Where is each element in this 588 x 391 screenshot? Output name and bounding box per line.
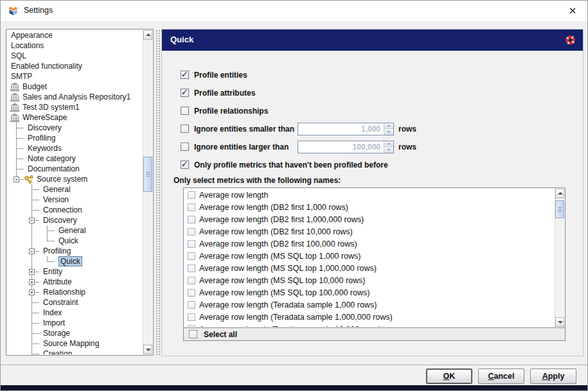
tree-guide-line bbox=[31, 256, 32, 266]
metric-checkbox[interactable] bbox=[188, 252, 195, 260]
tree-item-attribute[interactable]: Attribute bbox=[7, 277, 143, 287]
ignore-smaller-spinner[interactable]: 1,000 bbox=[298, 123, 394, 135]
tree-scroll-up-button[interactable] bbox=[143, 30, 152, 40]
panel-splitter[interactable] bbox=[155, 29, 161, 356]
tree-item-source-system[interactable]: Source system bbox=[7, 174, 143, 184]
tree-item-general[interactable]: General bbox=[7, 225, 143, 236]
select-all-checkbox[interactable] bbox=[189, 330, 197, 338]
metric-checkbox[interactable] bbox=[188, 277, 195, 284]
spinner-down-button[interactable] bbox=[384, 129, 393, 135]
metric-item[interactable]: Average row length (Teradata sample 10,0… bbox=[184, 323, 555, 327]
tree-item-quick[interactable]: Quick bbox=[7, 256, 143, 266]
tree-scroll-down-button[interactable] bbox=[143, 345, 152, 354]
metric-checkbox[interactable] bbox=[188, 240, 195, 248]
ignore-smaller-checkbox[interactable] bbox=[181, 125, 189, 133]
tree-item-keywords[interactable]: Keywords bbox=[7, 143, 143, 153]
ignore-larger-spinner[interactable]: 100,000 bbox=[298, 141, 394, 153]
tree-item-index[interactable]: Index bbox=[7, 308, 143, 318]
profile-entities-checkbox[interactable] bbox=[181, 71, 189, 79]
tree-item-quick[interactable]: Quick bbox=[7, 236, 143, 246]
lifebuoy-help-icon[interactable] bbox=[566, 35, 575, 45]
tree-item-test-3d-system1[interactable]: Test 3D system1 bbox=[7, 102, 143, 112]
tree-scrollbar[interactable] bbox=[143, 30, 152, 354]
spinner-down-button[interactable] bbox=[384, 147, 393, 153]
spinner-up-button[interactable] bbox=[384, 123, 393, 130]
tree-item-import[interactable]: Import bbox=[7, 318, 143, 328]
expander-plus-icon[interactable] bbox=[29, 290, 35, 295]
tree-item-discovery[interactable]: Discovery bbox=[7, 123, 143, 133]
metric-checkbox[interactable] bbox=[188, 216, 195, 223]
metric-checkbox[interactable] bbox=[188, 326, 195, 327]
metric-checkbox[interactable] bbox=[188, 313, 195, 321]
metric-item[interactable]: Average row length (MS SQL top 1,000 row… bbox=[184, 250, 555, 262]
metric-label: Average row length (Teradata sample 1,00… bbox=[199, 313, 393, 322]
close-button[interactable]: ✕ bbox=[558, 1, 587, 21]
metrics-scroll-down-button[interactable] bbox=[555, 317, 564, 327]
tree-item-profiling[interactable]: Profiling bbox=[7, 246, 143, 256]
tree-item-budget[interactable]: Budget bbox=[7, 82, 143, 92]
expander-plus-icon[interactable] bbox=[29, 269, 35, 275]
metric-item[interactable]: Average row length (DB2 first 10,000 row… bbox=[184, 225, 555, 238]
tree-item-discovery[interactable]: Discovery bbox=[7, 215, 143, 225]
ok-button[interactable]: OK bbox=[426, 369, 472, 384]
profile-attributes-checkbox[interactable] bbox=[181, 89, 189, 97]
metric-checkbox[interactable] bbox=[188, 228, 195, 236]
metric-item[interactable]: Average row length (Teradata sample 1,00… bbox=[184, 299, 555, 311]
tree-item-appearance[interactable]: Appearance bbox=[7, 30, 143, 40]
spinner-value[interactable]: 100,000 bbox=[298, 141, 384, 153]
ignore-larger-checkbox[interactable] bbox=[181, 143, 189, 151]
expander-plus-icon[interactable] bbox=[29, 279, 35, 285]
tree-item-source-mapping[interactable]: Source Mapping bbox=[7, 338, 143, 349]
tree-item-wherescape[interactable]: WhereScape bbox=[7, 112, 143, 123]
metric-checkbox[interactable] bbox=[188, 191, 195, 199]
metric-checkbox[interactable] bbox=[188, 204, 195, 211]
tree-item-relationship[interactable]: Relationship bbox=[7, 287, 143, 297]
tree-item-note-category[interactable]: Note category bbox=[7, 153, 143, 164]
metric-item[interactable]: Average row length (DB2 first 100,000 ro… bbox=[184, 238, 555, 250]
tree-item-version[interactable]: Version bbox=[7, 195, 143, 205]
metrics-scrollbar-thumb[interactable] bbox=[555, 200, 564, 218]
expander-minus-icon[interactable] bbox=[29, 248, 35, 254]
metric-checkbox[interactable] bbox=[188, 289, 195, 297]
tree-item-smtp[interactable]: SMTP bbox=[7, 71, 143, 82]
tree-item-storage[interactable]: Storage bbox=[7, 328, 143, 338]
tree-item-connection[interactable]: Connection bbox=[7, 205, 143, 215]
metric-item[interactable]: Average row length (MS SQL top 100,000 r… bbox=[184, 286, 555, 299]
metrics-rows: Average row lengthAverage row length (DB… bbox=[184, 189, 555, 327]
tree-item-entity[interactable]: Entity bbox=[7, 266, 143, 277]
spinner-up-button[interactable] bbox=[384, 141, 393, 148]
metric-item[interactable]: Average row length (DB2 first 1,000,000 … bbox=[184, 213, 555, 225]
metric-checkbox[interactable] bbox=[188, 301, 195, 309]
tree-item-general[interactable]: General bbox=[7, 184, 143, 195]
tree-item-sql[interactable]: SQL bbox=[7, 51, 143, 61]
metric-label: Average row length (MS SQL top 100,000 r… bbox=[199, 288, 370, 297]
expander-minus-icon[interactable] bbox=[29, 218, 35, 223]
tree-guide-line bbox=[31, 225, 32, 236]
only-unprofiled-checkbox[interactable] bbox=[181, 161, 189, 169]
arrow-up-icon bbox=[558, 192, 563, 195]
metric-item[interactable]: Average row length (Teradata sample 1,00… bbox=[184, 311, 555, 323]
tree-item-sales-and-analysis-repository1[interactable]: Sales and Analysis Repository1 bbox=[7, 92, 143, 102]
metric-item[interactable]: Average row length (MS SQL top 10,000 ro… bbox=[184, 274, 555, 286]
metric-item[interactable]: Average row length (DB2 first 1,000 rows… bbox=[184, 201, 555, 213]
tree-item-constraint[interactable]: Constraint bbox=[7, 297, 143, 308]
metric-item[interactable]: Average row length bbox=[184, 189, 555, 201]
metrics-scrollbar[interactable] bbox=[555, 189, 564, 327]
metric-checkbox[interactable] bbox=[188, 265, 195, 272]
cancel-button[interactable]: Cancel bbox=[478, 369, 524, 384]
metrics-scroll-up-button[interactable] bbox=[555, 189, 564, 198]
metric-item[interactable]: Average row length (MS SQL top 1,000,000… bbox=[184, 262, 555, 274]
app-cube-icon bbox=[8, 6, 19, 17]
tree-item-enabled-functionality[interactable]: Enabled functionality bbox=[7, 61, 143, 71]
tree-item-creation[interactable]: Creation bbox=[7, 349, 143, 354]
profile-relationships-checkbox[interactable] bbox=[181, 107, 189, 115]
apply-button[interactable]: Apply bbox=[530, 369, 576, 384]
tree-item-label: Budget bbox=[22, 82, 47, 92]
expander-minus-icon[interactable] bbox=[13, 177, 19, 182]
tree-scrollbar-thumb[interactable] bbox=[143, 157, 152, 192]
tree-item-documentation[interactable]: Documentation bbox=[7, 164, 143, 174]
tree-item-label: Keywords bbox=[28, 143, 62, 153]
tree-item-locations[interactable]: Locations bbox=[7, 40, 143, 51]
tree-item-profiling[interactable]: Profiling bbox=[7, 133, 143, 143]
spinner-value[interactable]: 1,000 bbox=[298, 123, 384, 135]
